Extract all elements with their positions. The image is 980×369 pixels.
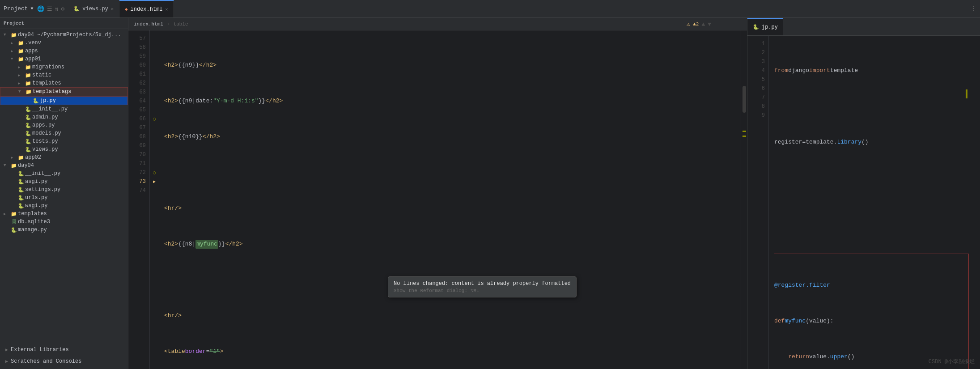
- warning-area: ⚠ ▲2 ▲ ▼: [687, 21, 711, 28]
- py-icon: 🐍: [17, 171, 25, 177]
- code-content[interactable]: <h2>{{ n9 }}</h2> <h2>{{ n9|date:"Y-m-d …: [159, 30, 741, 369]
- folder-icon: 📁: [24, 72, 32, 78]
- sidebar-item-urls-py-label: urls.py: [25, 195, 128, 201]
- tab-index-html[interactable]: ◆ index.html ✕: [119, 0, 174, 17]
- code-line-60: [164, 168, 735, 177]
- editor-breadcrumb: index.html › table ⚠ ▲2 ▲ ▼: [128, 18, 747, 30]
- sidebar-item-templatetags[interactable]: ▼ 📁 templatetags: [0, 87, 128, 96]
- main-content: Project ▼ 📁 day04 ~/PycharmProjects/5x_d…: [0, 18, 980, 369]
- sidebar-item-static-label: static: [32, 72, 128, 78]
- sidebar-item-app02[interactable]: ▶ 📁 app02: [0, 153, 128, 161]
- sidebar-item-apps[interactable]: ▶ 📁 apps: [0, 47, 128, 55]
- tooltip-popup: No lines changed: content is already pro…: [388, 276, 577, 297]
- sidebar-external-libs[interactable]: ▶ External Libraries: [0, 344, 128, 356]
- right-code-content[interactable]: from django import template register = t…: [769, 36, 974, 369]
- sort-icon: ⇅: [55, 5, 59, 13]
- sidebar-item-tests-py[interactable]: 🐍 tests.py: [0, 137, 128, 145]
- expand-arrow: ▶: [11, 155, 17, 160]
- sidebar-item-venv[interactable]: ▶ 📁 .venv: [0, 39, 128, 47]
- tab-views-py-label: views.py: [82, 6, 108, 12]
- sidebar-item-jp-py-label: jp.py: [40, 98, 127, 104]
- sidebar-item-init-py-label: __init__.py: [32, 106, 128, 112]
- sidebar-item-static[interactable]: ▶ 📁 static: [0, 71, 128, 79]
- sidebar-tree[interactable]: ▼ 📁 day04 ~/PycharmProjects/5x_dj... ▶ 📁…: [0, 29, 128, 342]
- caret-up[interactable]: ▲: [701, 21, 705, 28]
- sidebar-item-db-sqlite3[interactable]: 🗄 db.sqlite3: [0, 218, 128, 226]
- right-code-line-6: @register.filter: [774, 281, 968, 290]
- left-editor-scrollbar[interactable]: [741, 30, 747, 369]
- sidebar-item-app01[interactable]: ▼ 📁 app01: [0, 55, 128, 63]
- gutter-marker-66: ◯: [153, 116, 156, 122]
- tab-jp-py[interactable]: 🐍 jp.py: [747, 18, 783, 35]
- expand-arrow: ▶: [4, 212, 10, 216]
- tab-views-py[interactable]: 🐍 views.py ✕: [68, 0, 119, 17]
- sidebar-scratches[interactable]: ▶ Scratches and Consoles: [0, 356, 128, 367]
- scrollbar-marker-2: [742, 136, 746, 137]
- folder-icon: 📁: [10, 211, 18, 217]
- sidebar-item-views-py[interactable]: 🐍 views.py: [0, 145, 128, 153]
- sidebar-item-day04-label: day04 ~/PycharmProjects/5x_dj...: [18, 32, 128, 38]
- sidebar-item-day04-init-label: __init__.py: [25, 170, 128, 177]
- no-arrow: [11, 171, 17, 176]
- sidebar-item-wsgi-py[interactable]: 🐍 wsgi.py: [0, 202, 128, 210]
- code-line-61: <hr/>: [164, 204, 735, 213]
- py-icon: 🐍: [10, 227, 18, 233]
- tab-views-py-close[interactable]: ✕: [111, 6, 114, 12]
- gutter: ◯ ◯ ▶: [150, 30, 159, 369]
- right-line-numbers: 1234 5678 9: [747, 36, 769, 369]
- expand-arrow: ▶: [5, 347, 8, 352]
- expand-arrow: ▼: [11, 57, 17, 61]
- tab-index-html-close[interactable]: ✕: [165, 7, 168, 12]
- sidebar-item-models-py[interactable]: 🐍 models.py: [0, 129, 128, 137]
- caret-down[interactable]: ▼: [708, 21, 711, 28]
- expand-arrow: ▼: [4, 163, 10, 168]
- sidebar-item-day04[interactable]: ▼ 📁 day04 ~/PycharmProjects/5x_dj...: [0, 31, 128, 39]
- py-icon: 🐍: [753, 24, 759, 30]
- right-editor-scrollbar[interactable]: [974, 36, 980, 369]
- scrollbar-thumb[interactable]: [742, 86, 746, 113]
- sidebar-item-manage-py[interactable]: 🐍 manage.py: [0, 226, 128, 234]
- right-code-line-7: def myfunc(value):: [774, 317, 968, 326]
- sidebar-item-settings-py[interactable]: 🐍 settings.py: [0, 186, 128, 194]
- tooltip-title: No lines changed: content is already pro…: [394, 280, 571, 287]
- no-arrow: [18, 147, 24, 152]
- sidebar-item-templates-root[interactable]: ▶ 📁 templates: [0, 210, 128, 218]
- py-icon: 🐍: [24, 147, 32, 153]
- py-icon: 🐍: [24, 106, 32, 112]
- sidebar-item-db-sqlite3-label: db.sqlite3: [18, 219, 128, 225]
- py-icon: 🐍: [24, 139, 32, 144]
- scrollbar-marker-1: [742, 131, 746, 132]
- tab-actions: ⋮: [970, 5, 976, 13]
- code-line-64: <hr/>: [164, 311, 735, 320]
- no-arrow: [11, 179, 17, 184]
- sidebar-item-init-py[interactable]: 🐍 __init__.py: [0, 105, 128, 113]
- code-area[interactable]: 57585960 61626364 65666768 69707172 7374…: [128, 30, 747, 369]
- warning-count: ▲2: [693, 21, 699, 27]
- right-code-line-3: register = template.Library(): [774, 138, 968, 147]
- expand-arrow: ▶: [5, 359, 8, 364]
- right-code-box: @register.filter def myfunc(value): retu…: [774, 254, 969, 369]
- sidebar-item-migrations[interactable]: ▶ 📁 migrations: [0, 63, 128, 71]
- sidebar-item-models-py-label: models.py: [32, 130, 128, 136]
- right-code-area[interactable]: 1234 5678 9 from django import template …: [747, 36, 980, 369]
- scratches-label: Scratches and Consoles: [11, 358, 81, 365]
- code-line-58: <h2>{{ n9|date:"Y-m-d H:i:s" }}</h2>: [164, 97, 735, 106]
- sidebar-item-jp-py[interactable]: 🐍 jp.py: [0, 96, 128, 105]
- sidebar-item-apps-label: apps: [25, 48, 128, 54]
- sidebar-item-templates[interactable]: ▶ 📁 templates: [0, 79, 128, 87]
- sidebar-item-admin-py[interactable]: 🐍 admin.py: [0, 113, 128, 121]
- line-numbers: 57585960 61626364 65666768 69707172 7374: [128, 30, 150, 369]
- right-scrollbar-marker: [966, 89, 967, 98]
- project-label: Project: [4, 5, 28, 12]
- sidebar-item-apps-py[interactable]: 🐍 apps.py: [0, 121, 128, 129]
- sidebar-item-urls-py[interactable]: 🐍 urls.py: [0, 194, 128, 202]
- sidebar-item-asgi-py[interactable]: 🐍 asgi.py: [0, 178, 128, 186]
- expand-arrow: ▶: [11, 41, 17, 46]
- breadcrumb-table: table: [174, 21, 188, 27]
- sidebar-item-day04-init[interactable]: 🐍 __init__.py: [0, 170, 128, 178]
- folder-icon: 📁: [17, 155, 25, 161]
- project-menu[interactable]: Project ▼: [4, 5, 34, 12]
- sidebar-item-day04-sub[interactable]: ▼ 📁 day04: [0, 161, 128, 170]
- right-code-line-1: from django import template: [774, 66, 968, 75]
- more-actions-icon[interactable]: ⋮: [970, 5, 976, 13]
